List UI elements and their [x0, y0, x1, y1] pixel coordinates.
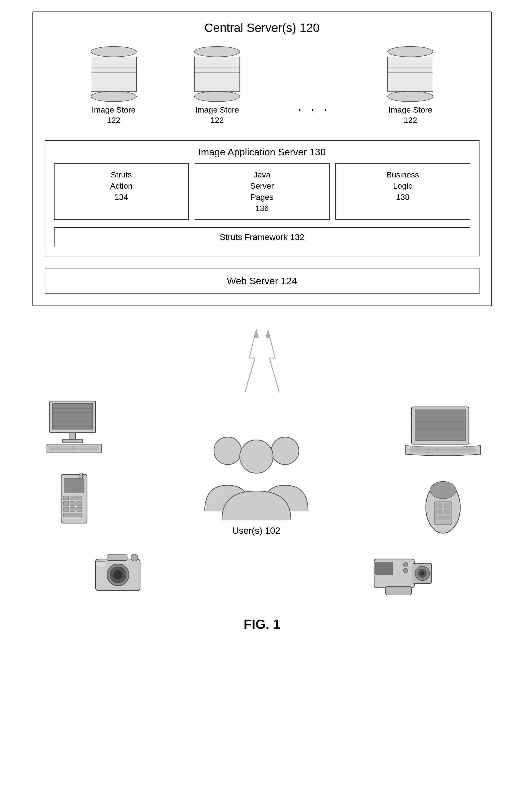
app-server-title: Image Application Server 130	[54, 146, 470, 158]
cyl-top-2	[194, 46, 240, 57]
cyl-bottom-3	[387, 91, 433, 102]
bottom-devices-row	[32, 548, 492, 599]
camera-icon	[90, 548, 147, 599]
cyl-body-1	[91, 57, 137, 92]
svg-rect-5	[63, 439, 83, 443]
device-group-right	[406, 404, 480, 536]
central-server-container: Central Server(s) 120 Image Store122 Ima…	[32, 12, 492, 306]
svg-point-30	[214, 437, 242, 465]
pda-phone-icon	[420, 479, 466, 536]
svg-rect-20	[63, 496, 69, 500]
devices-row: User(s) 102	[32, 398, 492, 536]
svg-rect-22	[77, 496, 82, 500]
fig-label: FIG. 1	[244, 616, 280, 632]
svg-rect-61	[97, 561, 105, 567]
struts-action-box: StrutsAction134	[54, 163, 189, 220]
image-store-1: Image Store122	[91, 46, 137, 126]
svg-point-58	[113, 570, 122, 579]
image-store-3: Image Store122	[387, 46, 433, 126]
svg-rect-23	[63, 502, 69, 506]
svg-rect-51	[444, 503, 450, 508]
business-logic-box: BusinessLogic138	[335, 163, 470, 220]
device-group-left	[44, 398, 107, 536]
svg-rect-52	[436, 509, 442, 514]
app-server-box: Image Application Server 130 StrutsActio…	[45, 140, 479, 256]
cyl-bottom-2	[194, 91, 240, 102]
svg-marker-1	[266, 329, 270, 338]
svg-point-31	[271, 437, 299, 465]
svg-rect-29	[63, 513, 82, 517]
users-group: User(s) 102	[196, 431, 317, 536]
cyl-top-3	[387, 46, 433, 57]
components-row: StrutsAction134 JavaServerPages136 Busin…	[54, 163, 470, 220]
svg-point-66	[420, 571, 424, 575]
lightning-area	[32, 329, 492, 393]
svg-rect-27	[70, 507, 75, 511]
image-store-2: Image Store122	[194, 46, 240, 126]
image-store-label-1: Image Store122	[92, 105, 135, 126]
desktop-computer-icon	[44, 398, 107, 456]
svg-rect-21	[70, 496, 75, 500]
svg-rect-67	[376, 562, 393, 575]
web-server-box: Web Server 124	[45, 268, 479, 294]
image-store-label-3: Image Store122	[389, 105, 432, 126]
bottom-section: User(s) 102	[32, 329, 492, 638]
svg-point-48	[430, 481, 456, 499]
central-server-title: Central Server(s) 120	[45, 21, 479, 35]
video-camera-icon	[371, 548, 435, 599]
svg-point-70	[404, 568, 408, 573]
cyl-top-1	[91, 46, 137, 57]
svg-rect-68	[386, 586, 411, 595]
users-icon	[196, 431, 317, 523]
lightning-svg	[205, 329, 320, 393]
cyl-body-2	[194, 57, 240, 92]
laptop-icon	[406, 404, 480, 461]
cyl-body-3	[387, 57, 433, 92]
users-label: User(s) 102	[232, 526, 280, 536]
svg-rect-50	[436, 503, 442, 508]
image-stores-row: Image Store122 Image Store122 . . .	[45, 46, 479, 126]
svg-rect-25	[77, 502, 82, 506]
svg-point-32	[240, 440, 273, 473]
svg-rect-28	[77, 507, 82, 511]
cyl-bottom-1	[91, 91, 137, 102]
svg-rect-4	[70, 433, 76, 440]
mobile-phone-icon	[55, 473, 96, 536]
svg-rect-19	[64, 479, 84, 493]
image-store-label-2: Image Store122	[195, 105, 239, 126]
svg-point-69	[404, 563, 408, 567]
java-server-pages-box: JavaServerPages136	[195, 163, 330, 220]
svg-rect-26	[63, 507, 69, 511]
svg-rect-54	[436, 516, 450, 520]
svg-point-60	[131, 554, 138, 561]
svg-rect-34	[415, 410, 465, 441]
svg-rect-59	[107, 555, 127, 561]
ellipsis: . . .	[298, 97, 330, 126]
struts-framework-box: Struts Framework 132	[54, 227, 470, 247]
svg-rect-53	[444, 509, 450, 514]
svg-rect-24	[70, 502, 75, 506]
svg-marker-0	[254, 329, 259, 338]
